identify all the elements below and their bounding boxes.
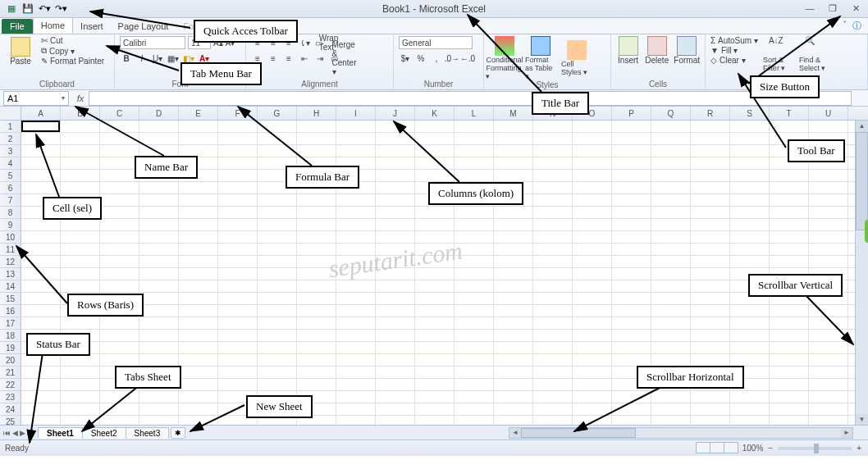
clear-button[interactable]: ◇Clear ▾ [710, 56, 758, 65]
row-header[interactable]: 18 [0, 330, 21, 342]
cell-styles-button[interactable]: Cell Styles ▾ [561, 36, 592, 80]
row-header[interactable]: 22 [0, 379, 21, 391]
sheet-tab-1[interactable]: Sheet1 [38, 427, 83, 439]
cut-button[interactable]: ✄Cut [41, 36, 104, 45]
bold-button[interactable]: B [120, 52, 133, 65]
row-header[interactable]: 1 [0, 121, 21, 133]
help-icon[interactable]: ⓘ [852, 20, 861, 32]
column-header[interactable]: E [179, 107, 218, 120]
italic-button[interactable]: I [135, 52, 148, 65]
column-header[interactable]: P [612, 107, 651, 120]
increase-decimal-icon[interactable]: .0→ [445, 52, 459, 65]
percent-icon[interactable]: % [414, 52, 427, 65]
select-all-corner[interactable] [0, 107, 21, 120]
row-header[interactable]: 13 [0, 268, 21, 280]
row-header[interactable]: 23 [0, 391, 21, 403]
border-button[interactable]: ▦▾ [167, 52, 180, 65]
row-header[interactable]: 14 [0, 280, 21, 293]
tab-home[interactable]: Home [33, 17, 73, 34]
scrollbar-thumb[interactable] [856, 132, 868, 230]
column-header[interactable]: H [297, 107, 336, 120]
redo-icon[interactable]: ↷▾ [54, 2, 67, 16]
underline-button[interactable]: U▾ [151, 52, 164, 65]
sheet-tab-3[interactable]: Sheet3 [126, 427, 170, 439]
sheet-nav-first[interactable]: ⏮ [3, 429, 11, 437]
column-header[interactable]: B [61, 107, 100, 120]
row-header[interactable]: 3 [0, 145, 21, 157]
column-header[interactable]: S [730, 107, 770, 120]
fill-button[interactable]: ▼Fill ▾ [710, 46, 758, 55]
new-sheet-button[interactable]: ✱ [171, 427, 185, 439]
horizontal-scrollbar[interactable] [509, 427, 853, 439]
row-header[interactable]: 16 [0, 305, 21, 317]
column-header[interactable]: R [691, 107, 730, 120]
row-header[interactable]: 25 [0, 416, 21, 425]
column-header[interactable]: F [218, 107, 258, 120]
column-header[interactable]: K [415, 107, 455, 120]
row-header[interactable]: 11 [0, 244, 21, 256]
format-cells-button[interactable]: Format [674, 36, 700, 65]
zoom-slider[interactable] [778, 447, 852, 450]
maximize-button[interactable]: ❐ [825, 3, 840, 14]
column-header[interactable]: T [770, 107, 809, 120]
conditional-formatting-button[interactable]: Conditional Formatting ▾ [489, 36, 520, 80]
column-header[interactable]: G [258, 107, 297, 120]
close-button[interactable]: ✕ [848, 3, 863, 14]
decrease-decimal-icon[interactable]: ←.0 [461, 52, 474, 65]
column-header[interactable]: M [494, 107, 533, 120]
wrap-text-button[interactable]: ▭ Wrap Text [318, 36, 331, 49]
column-header[interactable]: U [809, 107, 848, 120]
fx-button[interactable]: fx [72, 93, 89, 103]
column-header[interactable]: Q [651, 107, 691, 120]
merge-center-button[interactable]: ▭ Merge & Center ▾ [334, 52, 347, 65]
column-header[interactable]: I [336, 107, 376, 120]
row-header[interactable]: 21 [0, 367, 21, 379]
font-name-select[interactable]: Calibri [120, 36, 185, 49]
row-header[interactable]: 5 [0, 170, 21, 182]
sheet-tab-2[interactable]: Sheet2 [82, 427, 126, 439]
sheet-nav-last[interactable]: ⏭ [27, 429, 34, 437]
minimize-button[interactable]: — [802, 3, 817, 14]
name-box[interactable]: A1 [3, 91, 69, 106]
comma-icon[interactable]: , [430, 52, 443, 65]
autosum-button[interactable]: Σ AutoSum ▾ [710, 36, 758, 45]
minimize-ribbon-icon[interactable]: ˅ [843, 20, 847, 32]
active-cell[interactable] [21, 121, 60, 132]
scrollbar-thumb[interactable] [521, 428, 636, 438]
paste-button[interactable]: Paste [5, 36, 36, 66]
formula-input[interactable] [89, 91, 852, 106]
format-painter-button[interactable]: ✎Format Painter [41, 57, 104, 66]
row-header[interactable]: 6 [0, 182, 21, 194]
column-header[interactable]: L [455, 107, 494, 120]
copy-button[interactable]: ⧉Copy ▾ [41, 46, 104, 56]
column-header[interactable]: D [139, 107, 179, 120]
column-header[interactable]: A [21, 107, 61, 120]
zoom-in-button[interactable]: + [857, 444, 861, 453]
vertical-scrollbar[interactable] [855, 121, 868, 426]
row-header[interactable]: 20 [0, 354, 21, 367]
tab-insert[interactable]: Insert [73, 19, 111, 34]
undo-icon[interactable]: ↶▾ [38, 2, 51, 16]
save-icon[interactable]: 💾 [21, 2, 34, 16]
sheet-nav-prev[interactable]: ◀ [12, 429, 18, 437]
indent-inc-icon[interactable]: ⇥ [313, 52, 327, 65]
row-header[interactable]: 8 [0, 207, 21, 219]
align-center-icon[interactable]: ≡ [267, 52, 280, 65]
row-header[interactable]: 2 [0, 133, 21, 145]
column-header[interactable]: J [376, 107, 415, 120]
find-select-button[interactable]: 🔍Find & Select ▾ [799, 36, 830, 72]
row-header[interactable]: 10 [0, 231, 21, 244]
file-tab[interactable]: File [2, 19, 33, 34]
align-right-icon[interactable]: ≡ [282, 52, 295, 65]
indent-dec-icon[interactable]: ⇤ [298, 52, 311, 65]
row-header[interactable]: 15 [0, 293, 21, 305]
tab-page-layout[interactable]: Page Layout [111, 19, 176, 34]
row-header[interactable]: 19 [0, 342, 21, 354]
view-buttons[interactable] [696, 442, 738, 455]
delete-cells-button[interactable]: Delete [645, 36, 669, 65]
row-header[interactable]: 4 [0, 157, 21, 170]
row-header[interactable]: 9 [0, 219, 21, 231]
format-as-table-button[interactable]: Format as Table ▾ [525, 36, 556, 80]
orientation-icon[interactable]: ⤹▾ [298, 36, 311, 49]
sheet-nav-next[interactable]: ▶ [20, 429, 25, 437]
